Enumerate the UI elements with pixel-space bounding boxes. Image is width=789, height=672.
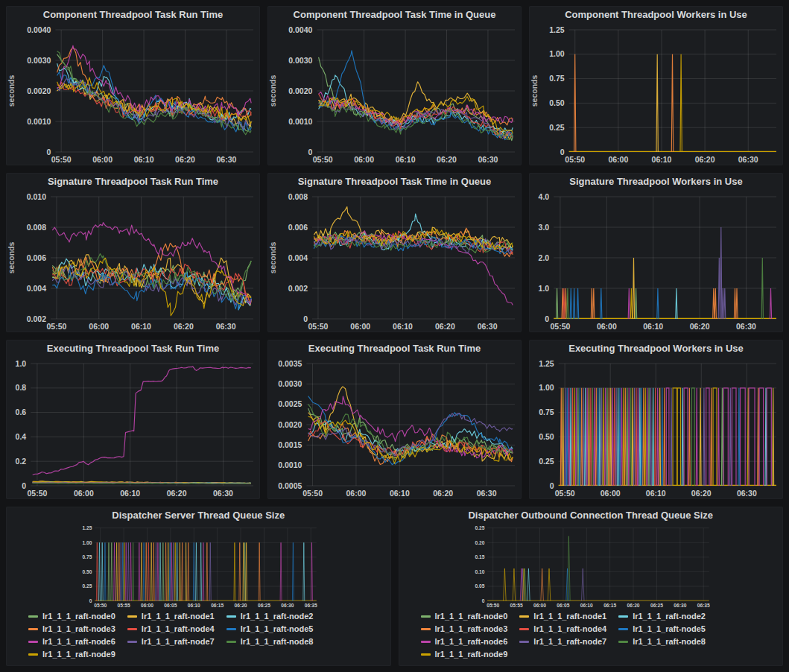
- x-tick-label: 06:25: [650, 603, 662, 608]
- x-tick-label: 06:20: [435, 322, 455, 331]
- x-tick-label: 06:25: [258, 603, 270, 608]
- series-spike: [657, 388, 659, 486]
- time-series-chart[interactable]: 00.250.500.751.001.2505:5005:5506:0006:0…: [6, 524, 391, 609]
- series-spike: [560, 388, 562, 486]
- series-spike: [644, 388, 646, 486]
- x-tick-label: 05:50: [94, 603, 107, 608]
- series-spike: [738, 388, 740, 486]
- legend-series-label: lr1_1_1_raft-node1: [533, 611, 606, 622]
- panel-title[interactable]: Executing Threadpool Task Run Time: [6, 340, 260, 357]
- time-series-chart[interactable]: 00.20.40.60.81.005:5006:0006:1006:2006:3…: [6, 357, 260, 499]
- legend-item[interactable]: lr1_1_1_raft-node8: [618, 636, 706, 647]
- panel-title[interactable]: Signature Threadpool Task Run Time: [6, 173, 260, 190]
- x-tick-label: 06:10: [188, 603, 200, 608]
- series-spike: [655, 388, 656, 486]
- time-series-chart[interactable]: 00.250.500.751.001.2505:5006:0006:1006:2…: [529, 357, 783, 499]
- legend-series-label: lr1_1_1_raft-node7: [142, 636, 215, 647]
- panel-title[interactable]: Component Threadpool Task Run Time: [6, 6, 260, 23]
- panel-component-task-run-time: Component Threadpool Task Run Time 00.00…: [6, 6, 260, 165]
- x-tick-label: 06:00: [354, 155, 374, 164]
- panel-title[interactable]: Executing Threadpool Workers in Use: [529, 340, 783, 357]
- legend-item[interactable]: lr1_1_1_raft-node0: [28, 611, 115, 622]
- y-tick-label: 1.0: [16, 359, 27, 368]
- axis-tick-labels: 00.0020.0040.0060.00805:5006:0006:1006:2…: [288, 192, 498, 332]
- panel-title[interactable]: Dispatcher Outbound Connection Thread Qu…: [399, 507, 784, 524]
- series-spike: [676, 288, 677, 319]
- legend-item[interactable]: lr1_1_1_raft-node2: [618, 611, 706, 622]
- legend-item[interactable]: lr1_1_1_raft-node1: [519, 611, 606, 622]
- legend-item[interactable]: lr1_1_1_raft-node3: [421, 624, 508, 635]
- time-series-chart[interactable]: 00.250.500.751.001.2505:5006:0006:1006:2…: [529, 23, 783, 165]
- legend-item[interactable]: lr1_1_1_raft-node1: [127, 611, 215, 622]
- legend-series-swatch: [519, 615, 529, 618]
- x-tick-label: 06:10: [643, 322, 663, 331]
- x-tick-label: 05:50: [47, 322, 67, 331]
- series-spike: [671, 388, 672, 486]
- x-tick-label: 06:10: [580, 603, 592, 608]
- x-tick-label: 05:50: [555, 489, 575, 498]
- x-tick-label: 05:50: [487, 603, 499, 608]
- y-tick-label: 0.50: [549, 98, 565, 107]
- x-tick-label: 06:30: [478, 322, 498, 331]
- time-series-chart[interactable]: 00.00100.00200.00300.004005:5006:0006:10…: [6, 23, 260, 165]
- y-tick-label: 0.50: [539, 432, 554, 441]
- y-tick-label: 0: [550, 481, 554, 490]
- x-tick-label: 06:30: [217, 155, 237, 164]
- legend-item[interactable]: lr1_1_1_raft-node7: [127, 636, 215, 647]
- legend-item[interactable]: lr1_1_1_raft-node5: [618, 624, 706, 635]
- legend-item[interactable]: lr1_1_1_raft-node6: [421, 636, 508, 647]
- x-tick-label: 06:30: [213, 489, 233, 498]
- chart-series: [554, 227, 776, 319]
- panel-title[interactable]: Component Threadpool Workers in Use: [529, 6, 783, 23]
- series-spike: [700, 388, 701, 486]
- panel-title[interactable]: Signature Threadpool Workers in Use: [529, 173, 783, 190]
- legend-item[interactable]: lr1_1_1_raft-node0: [421, 611, 508, 622]
- y-tick-label: 0: [89, 598, 92, 603]
- x-tick-label: 06:10: [131, 322, 151, 331]
- panel-title[interactable]: Dispatcher Server Thread Queue Size: [6, 507, 391, 524]
- series-spike: [557, 288, 558, 319]
- time-series-chart[interactable]: 00.00100.00200.00300.004005:5006:0006:10…: [267, 23, 522, 165]
- y-tick-label: 4.0: [539, 192, 550, 201]
- series-spike: [612, 388, 613, 486]
- legend-item[interactable]: lr1_1_1_raft-node4: [519, 624, 606, 635]
- legend-series-label: lr1_1_1_raft-node4: [142, 624, 215, 635]
- series-spike: [632, 388, 633, 486]
- y-tick-label: 0.002: [27, 314, 46, 323]
- time-series-chart[interactable]: 01.02.03.04.005:5006:0006:1006:2006:30: [529, 190, 783, 332]
- legend-series-label: lr1_1_1_raft-node8: [633, 636, 706, 647]
- panel-title[interactable]: Executing Threadpool Task Run Time: [267, 340, 522, 357]
- legend-item[interactable]: lr1_1_1_raft-node7: [519, 636, 606, 647]
- panel-title[interactable]: Signature Threadpool Task Time in Queue: [267, 173, 522, 190]
- time-series-chart[interactable]: 0.00050.00100.00150.00200.00250.00300.00…: [267, 357, 522, 499]
- axis-tick-labels: 00.050.100.150.200.2505:5005:5506:0006:0…: [475, 525, 710, 609]
- x-tick-label: 05:55: [510, 603, 522, 608]
- legend-item[interactable]: lr1_1_1_raft-node9: [421, 649, 508, 660]
- time-series-chart[interactable]: 00.0020.0040.0060.00805:5006:0006:1006:2…: [267, 190, 522, 332]
- legend-item[interactable]: lr1_1_1_raft-node4: [127, 624, 215, 635]
- y-tick-label: 1.00: [539, 383, 554, 392]
- legend-item[interactable]: lr1_1_1_raft-node9: [28, 649, 115, 660]
- series-spike: [601, 288, 602, 319]
- time-series-chart[interactable]: 00.050.100.150.200.2505:5005:5506:0006:0…: [399, 524, 784, 609]
- y-tick-label: 1.00: [549, 49, 565, 58]
- x-tick-label: 06:10: [120, 489, 140, 498]
- chart-legend: lr1_1_1_raft-node0lr1_1_1_raft-node1lr1_…: [6, 609, 391, 666]
- time-series-chart[interactable]: 0.0020.0040.0060.0080.01005:5006:0006:10…: [6, 190, 260, 332]
- x-tick-label: 06:20: [627, 603, 639, 608]
- y-tick-label: 1.0: [539, 284, 550, 293]
- series-spike: [758, 388, 759, 486]
- legend-item[interactable]: lr1_1_1_raft-node6: [28, 636, 115, 647]
- y-tick-label: 0.0010: [27, 117, 51, 126]
- dashboard-row-3: Executing Threadpool Task Run Time 00.20…: [6, 340, 783, 499]
- series-spike: [618, 388, 619, 486]
- series-spike: [689, 388, 691, 486]
- y-tick-label: 0.0015: [278, 440, 302, 449]
- legend-item[interactable]: lr1_1_1_raft-node2: [226, 611, 314, 622]
- series-spike: [773, 388, 774, 486]
- legend-item[interactable]: lr1_1_1_raft-node5: [226, 624, 314, 635]
- panel-title[interactable]: Component Threadpool Task Time in Queue: [267, 6, 522, 23]
- legend-item[interactable]: lr1_1_1_raft-node8: [226, 636, 314, 647]
- legend-item[interactable]: lr1_1_1_raft-node3: [28, 624, 115, 635]
- x-tick-label: 06:20: [433, 489, 453, 498]
